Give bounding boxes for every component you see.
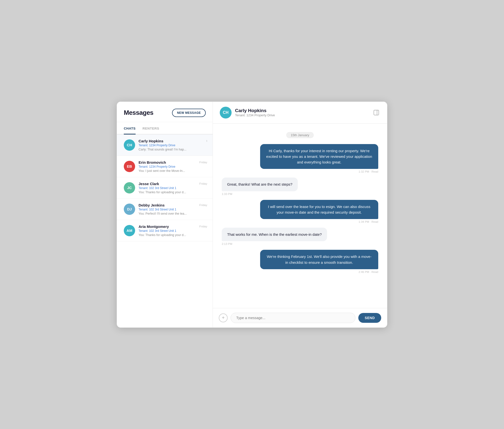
chat-preview: You: Thanks for uploading your d...: [139, 233, 206, 237]
tab-chats[interactable]: CHATS: [124, 123, 136, 134]
message-meta: 1:32 PM · Read: [359, 170, 378, 173]
chat-item[interactable]: JC Jesse Clark Tenant: 102 3rd Street Un…: [117, 177, 213, 199]
message-bubble: Great, thanks! What are the next steps?: [222, 178, 298, 191]
active-chat-name: Carly Hopkins: [235, 108, 275, 113]
tab-renters[interactable]: RENTERS: [142, 123, 159, 134]
message-meta: 2:46 PM · Read: [359, 270, 378, 273]
message-row: Hi Carly, thanks for your interest in re…: [222, 144, 378, 173]
chat-item[interactable]: CH Carly Hopkins Tenant: 1234 Property D…: [117, 134, 213, 156]
message-input[interactable]: [231, 313, 355, 323]
chat-preview: You: I just sent over the Move-In...: [139, 169, 206, 173]
avatar: DJ: [124, 204, 135, 215]
chat-item[interactable]: DJ Debby Jenkins Tenant: 102 3rd Street …: [117, 199, 213, 220]
new-message-button[interactable]: NEW MESSAGE: [172, 109, 206, 117]
messages-area: 15th January Hi Carly, thanks for your i…: [213, 124, 387, 308]
date-divider: 15th January: [222, 132, 378, 138]
chat-time: Friday: [199, 225, 207, 228]
chat-sub: Tenant: 102 3rd Street Unit 1: [139, 208, 206, 211]
avatar: AM: [124, 225, 135, 236]
app-title: Messages: [124, 109, 153, 117]
message-bubble: We're thinking February 1st. We'll also …: [260, 250, 378, 269]
avatar: CH: [124, 139, 135, 151]
avatar: EB: [124, 161, 135, 172]
chat-list: CH Carly Hopkins Tenant: 1234 Property D…: [117, 134, 213, 327]
chat-sub: Tenant: 102 3rd Street Unit 1: [139, 186, 206, 190]
active-chat-avatar: CH: [220, 107, 232, 118]
message-bubble: I will send over the lease for you to es…: [260, 200, 378, 219]
svg-rect-0: [374, 110, 379, 115]
chat-name: Debby Jenkins: [139, 203, 206, 207]
chat-time: t: [206, 139, 207, 142]
chat-item[interactable]: EB Erin Bromovich Tenant: 1234 Property …: [117, 156, 213, 177]
attach-button[interactable]: +: [219, 313, 228, 322]
active-chat-info: Carly Hopkins Tenant: 1234 Property Driv…: [235, 108, 275, 117]
chat-time: Friday: [199, 182, 207, 185]
left-header: Messages NEW MESSAGE: [117, 102, 213, 122]
message-row: I will send over the lease for you to es…: [222, 200, 378, 223]
active-chat-sub: Tenant: 1234 Property Drive: [235, 113, 275, 117]
chat-preview: Carly: That sounds great! I'm hap...: [139, 148, 206, 151]
right-panel: CH Carly Hopkins Tenant: 1234 Property D…: [213, 102, 387, 327]
left-panel: Messages NEW MESSAGE CHATS RENTERS CH Ca…: [117, 102, 213, 327]
message-bubble: That works for me. When is the the earli…: [222, 228, 327, 241]
date-chip: 15th January: [286, 132, 314, 138]
chat-info: Carly Hopkins Tenant: 1234 Property Driv…: [139, 139, 206, 151]
message-meta: 1:33 PM: [222, 192, 232, 195]
chat-info: Debby Jenkins Tenant: 102 3rd Street Uni…: [139, 203, 206, 215]
send-button[interactable]: SEND: [358, 313, 381, 323]
chat-name: Erin Bromovich: [139, 160, 206, 164]
message-bubble: Hi Carly, thanks for your interest in re…: [260, 144, 378, 169]
chat-time: Friday: [199, 204, 207, 207]
chat-header: CH Carly Hopkins Tenant: 1234 Property D…: [213, 102, 387, 124]
chat-preview: You: Perfect! I'll send over the lea...: [139, 212, 206, 215]
sidebar-toggle-icon[interactable]: [372, 109, 380, 117]
message-row: Great, thanks! What are the next steps?1…: [222, 178, 378, 195]
chat-name: Aria Montgomery: [139, 224, 206, 229]
chat-sub: Tenant: 1234 Property Drive: [139, 165, 206, 168]
chat-preview: You: Thanks for uploading your d...: [139, 191, 206, 194]
chat-name: Carly Hopkins: [139, 139, 206, 143]
message-row: We're thinking February 1st. We'll also …: [222, 250, 378, 273]
app-container: Messages NEW MESSAGE CHATS RENTERS CH Ca…: [117, 102, 387, 328]
chat-item[interactable]: AM Aria Montgomery Tenant: 102 3rd Stree…: [117, 220, 213, 241]
chat-name: Jesse Clark: [139, 182, 206, 186]
chat-info: Aria Montgomery Tenant: 102 3rd Street U…: [139, 224, 206, 237]
message-meta: 1:34 PM · Read: [359, 220, 378, 223]
tabs-row: CHATS RENTERS: [117, 123, 213, 134]
chat-info: Jesse Clark Tenant: 102 3rd Street Unit …: [139, 182, 206, 194]
message-meta: 2:13 PM: [222, 242, 232, 245]
message-row: That works for me. When is the the earli…: [222, 228, 378, 245]
chat-time: Friday: [199, 161, 207, 164]
chat-info: Erin Bromovich Tenant: 1234 Property Dri…: [139, 160, 206, 173]
input-row: + SEND: [213, 308, 387, 327]
chat-sub: Tenant: 102 3rd Street Unit 1: [139, 229, 206, 233]
chat-sub: Tenant: 1234 Property Drive: [139, 144, 206, 147]
avatar: JC: [124, 182, 135, 193]
